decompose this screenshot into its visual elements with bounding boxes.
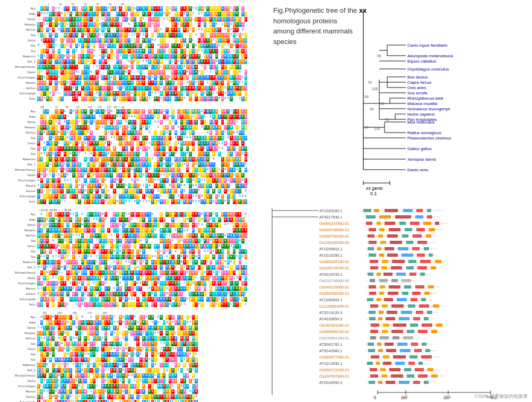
svg-text:AT5G42080.1: AT5G42080.1: [319, 349, 342, 353]
species-label: Equus: [1, 71, 37, 74]
species-label: Homo: [1, 321, 37, 325]
species-label: Danio: [1, 18, 37, 21]
aa-cell: Q: [245, 265, 248, 270]
species-label: Rat_I: [1, 266, 37, 269]
alignment-row: HomoRWSAFCPREESW.QTLWW.PWTAG.SWFSEIQG..V…: [1, 217, 267, 223]
species-label: Ovis: [1, 200, 37, 204]
seq-track: AVT.KTHRDINF.RFFWI.QAMCARDCQFDAEHGRYPEAD…: [37, 373, 267, 379]
seq-track: SEPHIGL.LTVTHC.YYLMWLFARQF.QCELLETSTVGTY…: [37, 86, 267, 91]
alignment-row: AiluropodaC.WYNWNSIA.TGI.HCAHNEYHDS.A.YI…: [1, 194, 267, 199]
seq-track: AHLH.TFWYLQ.SAQMTSYCQWVYCTAVNQF.RPNDIQ.I…: [37, 363, 267, 368]
alignment-row: PanFCKCPQNRAKMANSPGLINCRYAWD.R..CQ.F.VEG…: [1, 146, 267, 152]
species-label: Xenopus: [1, 332, 37, 335]
species-label: Canis: [1, 245, 37, 248]
species-label: Rhinopithecus: [1, 272, 37, 275]
aa-cell: V: [195, 368, 198, 373]
svg-text:AT1G03160.1: AT1G03160.1: [319, 209, 342, 213]
alignment-row: AiluropodaF.SCF.PPLVDFCALCINPYNQTLNF..VH…: [1, 400, 267, 402]
aa-cell: .: [245, 130, 248, 135]
aa-cell: L: [245, 233, 248, 238]
aa-cell: G: [245, 136, 248, 141]
seq-track: .MSD.T.S..R.VH.V.TWN.TPQ.I.IIGFCKTWNE.HD…: [37, 49, 267, 54]
alignment-row: Mus.GYG.LFH.TM.LA.SPGI.LCCRMQRTA.FDSQKYV…: [1, 6, 267, 12]
alignment-row: MacacaEITLLRFEDTWRPVMVP.RHFE.LV.FHT.QLGS…: [1, 286, 267, 292]
svg-text:Os12I0178700-01: Os12I0178700-01: [319, 266, 349, 270]
species-label: Macaca: [1, 287, 37, 291]
species-label: Rhinopithecus: [1, 374, 37, 378]
species-label: Rat_I: [1, 163, 37, 167]
seq-track: EM.NITYY.QEY.SG.C.MDPTVP.DHDFP..MMQ..QDW…: [37, 178, 267, 183]
seq-track: F.SRVQCEKR.WWASH.QITY.NDHQPSSYPAYAG.M.TS…: [37, 384, 267, 389]
svg-text:66: 66: [377, 54, 381, 58]
aa-cell: K: [245, 212, 248, 217]
block4-rows: Mus.WEFCKCADYTL.Q.M..D.RCTSEWT.MQKCLP.TI…: [1, 315, 267, 402]
svg-text:AT3G19720.1: AT3G19720.1: [319, 273, 342, 276]
alignment-row: PanM.YNIQI.GEGY.ISEMHLA.LDSHTQ.EVILQPMQ.…: [1, 43, 267, 49]
seq-track: QIVWIQSYQHGMCYMTNDCYITKVHEPHYWQCGTSY.NI.…: [37, 168, 267, 173]
alignment-row: OvisGG.I.I.WYNE..SKNLVECPFNYMEMK.EQQCGLE…: [1, 302, 267, 308]
seq-track: .FPYN.DSWCLLIIATNA..QVVMT.HGSLCQI..NIPIS…: [37, 357, 267, 363]
seq-track: .ECWLNWDL.NHYMDGN.EIWCGCRHCTTQQEMFNQIDSP…: [37, 270, 267, 276]
species-label: Rat_I: [1, 369, 37, 372]
svg-text:Os11I0920400-01: Os11I0920400-01: [319, 304, 349, 308]
species-label: Sue: [1, 34, 37, 37]
alignment-row: NomascusFLRCFLSGGWWCF.ECRKQE.YDEWMLCPCLV…: [1, 54, 267, 59]
svg-text:97: 97: [364, 126, 369, 129]
gene-structure-svg: 0 160 320 640 AT1G03160.1 AT4G175: [268, 204, 532, 402]
aa-cell: I: [245, 178, 248, 183]
alignment-row: Ailuropoda.RLLNHTL.ILELLD.NFQ.MIMQNPWMCL…: [1, 91, 267, 97]
alignment-row: Rat_INIHYYRVIWTAAQSMMPNNLLA.VCWCFCPTK.MH…: [1, 265, 267, 270]
seq-track: QHYVCL.PPQY..YCG.SHSE..G.GHWLEQVMADPHYEY…: [37, 331, 267, 336]
alignment-row: EquusVRCLCTCEWQP.VSRDFNQKYDCFMS.FIWAC.GC…: [1, 173, 267, 178]
aa-cell: Q: [195, 400, 198, 402]
phylo-section: Fig.Phylogenetic tree of the xx homologo…: [268, 0, 532, 202]
seq-track: TYN.PIQ..WHFKA.KMAFERSCAVNYDCCM.IFHFKV.C…: [37, 33, 267, 38]
species-label: Rhinopithecus: [1, 169, 37, 172]
svg-text:160: 160: [402, 395, 408, 399]
aa-cell: T: [195, 342, 198, 346]
watermark-text: CSDN @爱做饭的电饭煲: [475, 394, 528, 399]
species-label: Pan: [1, 250, 37, 254]
seq-track: M.YNIQI.GEGY.ISEMHLA.LDSHTQ.EVILQPMQ.WNV…: [37, 43, 267, 49]
alignment-row: SueVFDD.W.LFIDH.TSHLCS.TDEQAWYFF.GELFQW.…: [1, 239, 267, 244]
svg-text:AT4G17540.1: AT4G17540.1: [319, 215, 342, 219]
seq-track: .WG.HYFPECY..PWRKPCM.MCYIDRMDMQGDKVKQGHH…: [37, 115, 267, 120]
aa-cell: L: [245, 183, 248, 188]
seq-track: TC.TKWGTH.HHANMGHYQIM.AQC.G..HWWPLNC.NMV…: [37, 189, 267, 194]
alignment-row: Sus.FPYN.DSWCLLIIATNA..QVVMT.HGSLCQI..NI…: [1, 357, 267, 363]
alignment-row: CanisVPPLYYHVSGQCWTRVMSRLS.TKCENRGWNCEQS…: [1, 347, 267, 352]
alignment-row: OryctolagusTWYKLKWDHF.GTYHG.L.PPYRA...KE…: [1, 281, 267, 286]
seq-track: .RLLNHTL.ILELLD.NFQ.MIMQNPWMCLDLGQIAL.LT…: [37, 91, 267, 97]
svg-text:Os01I0681200-01: Os01I0681200-01: [319, 336, 349, 340]
alignment-row: OryctolagusF.SRVQCEKR.WWASH.QITY.NDHQPSS…: [1, 384, 267, 389]
alignment-row: RhinopithecusAVT.KTHRDINF.RFFWI.QAMCARDC…: [1, 373, 267, 379]
species-label: Ailuropoda: [1, 298, 37, 301]
species-label: Macaca: [1, 185, 37, 188]
svg-text:Rattus norvegicus: Rattus norvegicus: [407, 130, 441, 135]
alignment-row: DanioCSQFKHQLV.H.GWYWPRWNGTM..QAYHQKMYAP…: [1, 223, 267, 228]
species-label: Sue: [1, 343, 37, 346]
aa-cell: F: [245, 223, 248, 228]
aa-cell: E: [245, 125, 248, 130]
seq-track: FCKCPQNRAKMANSPGLINCRYAWD.R..CQ.F.VEGMD.…: [37, 146, 267, 152]
seq-track: AGRT.FNYTKLF.GMWQFLTACEVTIMRAAHHCD...NTQ…: [37, 368, 267, 373]
alignment-row: Homo.WG.HYFPECY..PWRKPCM.MCYIDRMDMQGDKVK…: [1, 115, 267, 120]
alignment-row: XenopusDWWRPPL.YHCNAACHVQ..GAVVLHVHASGLQ…: [1, 125, 267, 130]
svg-text:91: 91: [385, 118, 389, 121]
seq-track: NIHYYRVIWTAAQSMMPNNLLA.VCWCFCPTK.MHHLHLE…: [37, 265, 267, 270]
alignment-row: RattusTYESMI.MQN.TSGD.DA.NTTCP..RD.GY..F…: [1, 336, 267, 342]
species-label: Danio: [1, 121, 37, 124]
svg-text:99: 99: [380, 102, 385, 106]
seq-track: .QDWWYI.FTYCY.FKLAKQKFARGTGNFQGYLRK.WWSM…: [37, 38, 267, 43]
seq-track: VRCLCTCEWQP.VSRDFNQKYDCFMS.FIWAC.GCQRHWE…: [37, 173, 267, 178]
species-label: Oryctolagus: [1, 385, 37, 388]
aa-cell: P: [245, 199, 248, 204]
aa-cell: Y: [245, 75, 248, 80]
svg-text:0: 0: [374, 395, 376, 399]
phylo-tree-svg: xx gene 0.1 Danio rerio Xenopus laevis G…: [353, 0, 528, 196]
species-label: Equus: [1, 380, 37, 383]
species-label: Ovis: [1, 98, 37, 101]
svg-text:Rhinopithecus bieti: Rhinopithecus bieti: [407, 96, 443, 101]
svg-text:Os09I0577900-01: Os09I0577900-01: [319, 355, 349, 359]
species-label: Nomascus: [1, 158, 37, 161]
